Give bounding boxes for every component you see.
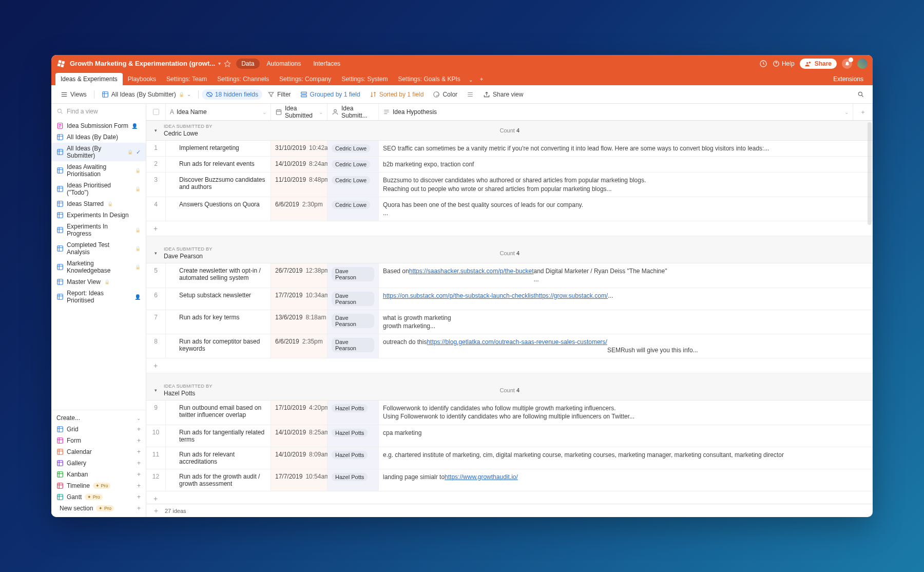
cell-hypothesis[interactable]: SEO traffic can sometimes be a vanity me…: [379, 141, 873, 156]
cell-date[interactable]: 6/6/20192:35pm: [271, 334, 328, 358]
chevron-down-icon[interactable]: ▾: [218, 61, 221, 66]
group-header[interactable]: ▾IDEA SUBMITTED BYHazel PottsCount 4: [146, 380, 873, 401]
tab-settings-company[interactable]: Settings: Company: [274, 73, 336, 85]
cell-date[interactable]: 13/6/20198:18am: [271, 310, 328, 334]
star-icon[interactable]: [224, 60, 231, 67]
column-idea-hypothesis[interactable]: Idea Hypothesis⌄: [379, 104, 853, 120]
table-row[interactable]: 3Discover Buzzsumo candidates and author…: [146, 173, 873, 197]
table-row[interactable]: 1Implement retargeting31/10/201910:42amC…: [146, 141, 873, 157]
create-type-calendar[interactable]: Calendar+: [51, 446, 146, 457]
sidebar-view-item[interactable]: Experiments In Design: [51, 209, 146, 221]
tab-settings-channels[interactable]: Settings: Channels: [212, 73, 274, 85]
cell-idea-name[interactable]: Implement retargeting: [166, 141, 271, 156]
cell-idea-name[interactable]: Answers Questions on Quora: [166, 197, 271, 221]
row-height-button[interactable]: [463, 89, 478, 100]
history-icon[interactable]: [759, 60, 767, 68]
table-row[interactable]: 6Setup substack newsletter17/7/201910:34…: [146, 288, 873, 310]
cell-date[interactable]: 14/10/20198:09am: [271, 447, 328, 469]
nav-automations[interactable]: Automations: [262, 59, 306, 69]
cell-date[interactable]: 31/10/201910:42am: [271, 141, 328, 156]
create-type-timeline[interactable]: Timeline✦ Pro+: [51, 480, 146, 491]
tab-settings-team[interactable]: Settings: Team: [161, 73, 212, 85]
cell-submitter[interactable]: Dave Pearson: [328, 263, 379, 287]
sidebar-view-item[interactable]: Ideas Starred🔒: [51, 198, 146, 209]
column-idea-submitted[interactable]: Idea Submitted⌄: [271, 104, 328, 120]
sidebar-view-item[interactable]: Master View🔒: [51, 276, 146, 288]
current-view[interactable]: All Ideas (By Submitter) 🔒 ⌄: [98, 89, 195, 100]
scrollbar[interactable]: [868, 122, 872, 225]
cell-submitter[interactable]: Dave Pearson: [328, 310, 379, 334]
cell-idea-name[interactable]: Run ads for the growth audit / growth as…: [166, 469, 271, 491]
cell-submitter[interactable]: Dave Pearson: [328, 288, 379, 310]
collapse-icon[interactable]: ▾: [155, 251, 161, 256]
color-button[interactable]: Color: [429, 89, 461, 100]
cell-date[interactable]: 17/7/201910:34am: [271, 288, 328, 310]
views-toggle[interactable]: Views: [56, 89, 91, 100]
create-type-gantt[interactable]: Gantt✦ Pro+: [51, 491, 146, 503]
table-row[interactable]: 7Run ads for key terms13/6/20198:18amDav…: [146, 310, 873, 334]
select-all-checkbox[interactable]: [146, 104, 166, 120]
cell-idea-name[interactable]: Run outbound email based on twitter infl…: [166, 401, 271, 424]
cell-hypothesis[interactable]: cpa marketing: [379, 425, 873, 447]
cell-hypothesis[interactable]: Quora has been one of the best quality s…: [379, 197, 873, 221]
cell-date[interactable]: 11/10/20198:48pm: [271, 173, 328, 196]
tab-ideas-experiments[interactable]: Ideas & Experiments: [55, 73, 123, 85]
cell-idea-name[interactable]: Run ads for tangentially related terms: [166, 425, 271, 447]
find-view-input[interactable]: Find a view: [51, 104, 146, 119]
cell-idea-name[interactable]: Create newsletter with opt-in / automate…: [166, 263, 271, 287]
cell-date[interactable]: 26/7/201912:38pm: [271, 263, 328, 287]
cell-idea-name[interactable]: Run ads for comeptitor based keywords: [166, 334, 271, 358]
sidebar-view-item[interactable]: All Ideas (By Submitter)🔒✓: [51, 143, 146, 161]
cell-submitter[interactable]: Hazel Potts: [328, 447, 379, 469]
sort-button[interactable]: Sorted by 1 field: [365, 89, 428, 100]
cell-idea-name[interactable]: Run ads for relevant events: [166, 157, 271, 172]
group-button[interactable]: Grouped by 1 field: [296, 89, 364, 100]
add-record-button[interactable]: ＋: [152, 506, 160, 516]
sidebar-view-item[interactable]: Completed Test Analysis🔒: [51, 239, 146, 258]
sidebar-view-item[interactable]: Experiments In Progress🔒: [51, 221, 146, 239]
add-row-button[interactable]: +: [146, 491, 873, 504]
help-button[interactable]: Help: [773, 60, 795, 67]
add-column-button[interactable]: ＋: [853, 104, 873, 120]
user-avatar[interactable]: [857, 59, 868, 69]
sidebar-view-item[interactable]: Report: Ideas Prioritised👤: [51, 288, 146, 306]
cell-submitter[interactable]: Dave Pearson: [328, 334, 379, 358]
create-type-kanban[interactable]: Kanban+: [51, 469, 146, 480]
collapse-icon[interactable]: ▾: [155, 128, 161, 133]
table-row[interactable]: 12Run ads for the growth audit / growth …: [146, 469, 873, 491]
table-row[interactable]: 4Answers Questions on Quora6/6/20192:30p…: [146, 197, 873, 221]
hidden-fields-button[interactable]: 18 hidden fields: [202, 89, 262, 100]
extensions-button[interactable]: Extensions: [828, 73, 869, 85]
cell-date[interactable]: 17/7/201910:54am: [271, 469, 328, 491]
create-type-new-section[interactable]: New section✦ Pro+: [51, 503, 146, 514]
cell-idea-name[interactable]: Run ads for key terms: [166, 310, 271, 334]
sidebar-view-item[interactable]: Idea Submission Form👤: [51, 120, 146, 131]
share-button[interactable]: Share: [800, 59, 837, 69]
cell-submitter[interactable]: Cedric Lowe: [328, 141, 379, 156]
cell-submitter[interactable]: Hazel Potts: [328, 425, 379, 447]
tabs-chevron-down-icon[interactable]: ⌄: [466, 74, 476, 85]
nav-data[interactable]: Data: [236, 59, 259, 69]
filter-button[interactable]: Filter: [263, 89, 295, 100]
table-row[interactable]: 5Create newsletter with opt-in / automat…: [146, 263, 873, 288]
cell-hypothesis[interactable]: what is growth marketinggrowth marketing…: [379, 310, 873, 334]
cell-date[interactable]: 17/10/20194:20pm: [271, 401, 328, 424]
cell-hypothesis[interactable]: Buzzsumo to discover candidates who auth…: [379, 173, 873, 196]
add-row-button[interactable]: +: [146, 358, 873, 373]
cell-submitter[interactable]: Hazel Potts: [328, 469, 379, 491]
notification-icon[interactable]: [842, 59, 852, 69]
tab-settings-goals[interactable]: Settings: Goals & KPIs: [393, 73, 465, 85]
share-view-button[interactable]: Share view: [479, 89, 527, 100]
column-idea-submitter[interactable]: Idea Submitt...: [328, 104, 379, 120]
sidebar-view-item[interactable]: Ideas Awaiting Prioritisation🔒: [51, 161, 146, 180]
table-row[interactable]: 8Run ads for comeptitor based keywords6/…: [146, 334, 873, 358]
cell-hypothesis[interactable]: outreach do this https://blog.getlatka.c…: [379, 334, 873, 358]
cell-submitter[interactable]: Hazel Potts: [328, 401, 379, 424]
create-type-gallery[interactable]: Gallery+: [51, 457, 146, 469]
sidebar-view-item[interactable]: All Ideas (By Date): [51, 131, 146, 143]
cell-hypothesis[interactable]: landing page simialr to https://www.grow…: [379, 469, 873, 491]
cell-hypothesis[interactable]: Followerwonk to identify candidates who …: [379, 401, 873, 424]
cell-idea-name[interactable]: Setup substack newsletter: [166, 288, 271, 310]
collapse-icon[interactable]: ▾: [155, 388, 161, 393]
tab-playbooks[interactable]: Playbooks: [123, 73, 161, 85]
